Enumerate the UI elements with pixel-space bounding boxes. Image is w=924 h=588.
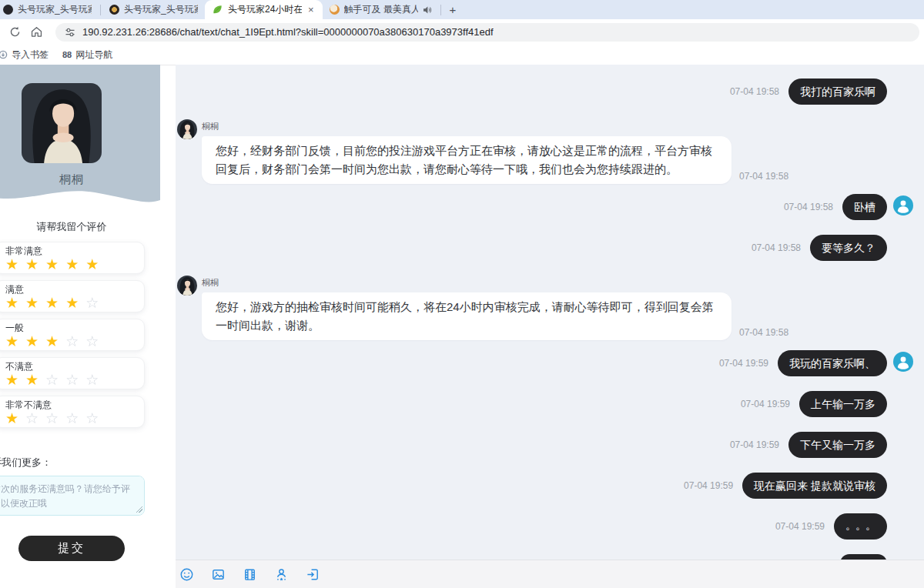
star-empty-icon[interactable]: ☆ [85, 333, 99, 349]
star-filled-icon[interactable]: ★ [45, 256, 59, 272]
video-icon[interactable] [242, 566, 257, 582]
star-empty-icon[interactable]: ☆ [25, 410, 38, 426]
tab-4[interactable]: 触手可及 最美真人 [323, 0, 439, 19]
user-message: 07-04 19:59上午输一万多 [176, 391, 924, 417]
bookmark-label: 导入书签 [12, 48, 49, 62]
star-empty-icon[interactable]: ☆ [45, 372, 59, 388]
rating-card[interactable]: 一般★★★☆☆ [0, 319, 145, 351]
rating-card[interactable]: 非常满意★★★★★ [0, 242, 145, 274]
tab-3-active[interactable]: 头号玩家24小时在 × [205, 0, 323, 19]
tab-1[interactable]: 头号玩家_头号玩家游 [0, 0, 99, 19]
star-empty-icon[interactable]: ☆ [85, 295, 99, 311]
import-bookmarks-icon [0, 50, 8, 59]
timestamp: 07-04 19:59 [684, 480, 733, 491]
rating-card[interactable]: 非常不满意★☆☆☆☆ [0, 396, 145, 428]
feedback-textarea[interactable] [0, 476, 145, 516]
site-settings-icon[interactable] [65, 27, 75, 38]
star-filled-icon[interactable]: ★ [5, 333, 18, 349]
tab-label: 头号玩家_头号玩家游 [124, 3, 198, 16]
user-bubble: 下午又输一万多 [788, 432, 887, 458]
sidebar-header: 桐桐 [0, 65, 160, 209]
timestamp: 07-04 19:58 [730, 86, 779, 97]
emoji-icon[interactable] [179, 566, 194, 582]
star-filled-icon[interactable]: ★ [5, 295, 18, 311]
user-message [176, 554, 924, 560]
message-list: 07-04 19:58我打的百家乐啊桐桐您好，经财务部门反馈，目前您的投注游戏平… [176, 79, 924, 560]
agent-bubble: 您好，经财务部门反馈，目前您的投注游戏平台方正在审核，请放心这是正常的流程，平台… [202, 136, 732, 184]
user-message: 07-04 19:59。。。 [176, 513, 924, 540]
rating-label: 不满意 [5, 362, 144, 372]
rating-card[interactable]: 不满意★★☆☆☆ [0, 357, 145, 389]
browser-window: 头号玩家_头号玩家游 头号玩家_头号玩家游 头号玩家24小时在 × 触手可及 最… [0, 0, 924, 588]
rating-title: 请帮我留个评价 [0, 220, 160, 234]
agent-avatar [177, 276, 197, 296]
user-bubble: 卧槽 [842, 194, 887, 220]
star-filled-icon[interactable]: ★ [5, 256, 18, 272]
star-row: ★★★★☆ [5, 296, 144, 312]
star-empty-icon[interactable]: ☆ [65, 333, 79, 349]
star-filled-icon[interactable]: ★ [65, 295, 79, 311]
submit-button[interactable]: 提交 [18, 536, 125, 561]
gold-circle-favicon-icon [109, 5, 119, 15]
star-filled-icon[interactable]: ★ [65, 256, 79, 272]
url-text[interactable]: 190.92.231.26:28686/chat/text/chat_1I9Ep… [82, 26, 494, 38]
user-message: 07-04 19:59现在赢回来 提款就说审核 [176, 473, 924, 499]
bookmarks-bar: 导入书签 88 网址导航 [0, 45, 924, 65]
star-empty-icon[interactable]: ☆ [45, 410, 59, 426]
new-tab-button[interactable]: + [443, 3, 464, 16]
star-filled-icon[interactable]: ★ [45, 333, 59, 349]
star-row: ★★☆☆☆ [5, 373, 144, 389]
star-filled-icon[interactable]: ★ [5, 410, 18, 426]
star-row: ★★★★★ [5, 257, 144, 273]
sidebar: 桐桐 请帮我留个评价 非常满意★★★★★满意★★★★☆一般★★★☆☆不满意★★☆… [0, 65, 160, 588]
user-message: 07-04 19:59下午又输一万多 [176, 432, 924, 458]
user-bubble: 我玩的百家乐啊、 [778, 350, 887, 376]
reload-icon[interactable] [8, 25, 22, 38]
star-filled-icon[interactable]: ★ [5, 372, 18, 388]
tab-bar: 头号玩家_头号玩家游 头号玩家_头号玩家游 头号玩家24小时在 × 触手可及 最… [0, 0, 924, 19]
tab-label: 触手可及 最美真人 [344, 3, 418, 16]
star-empty-icon[interactable]: ☆ [65, 372, 79, 388]
rating-label: 非常满意 [5, 246, 144, 256]
url-bar[interactable]: 190.92.231.26:28686/chat/text/chat_1I9Ep… [55, 23, 919, 42]
timestamp: 07-04 19:58 [739, 327, 788, 338]
user-message: 07-04 19:58要等多久？ [176, 235, 924, 261]
rate-service-icon[interactable] [273, 566, 289, 582]
star-empty-icon[interactable]: ☆ [65, 410, 79, 426]
bookmark-import[interactable]: 导入书签 [0, 48, 49, 62]
user-bubble: 我打的百家乐啊 [788, 79, 887, 105]
grid-icon: 88 [62, 50, 72, 59]
star-row: ★★★☆☆ [5, 334, 144, 350]
dark-circle-favicon-icon [3, 5, 13, 15]
tab-2[interactable]: 头号玩家_头号玩家游 [102, 0, 205, 19]
tab-close-icon[interactable]: × [306, 5, 316, 15]
tab-separator [440, 5, 441, 15]
tab-audio-speaker-icon[interactable] [423, 5, 432, 15]
more-feedback-label: 告诉我们更多： [0, 456, 160, 469]
user-message: 07-04 19:58我打的百家乐啊 [176, 79, 924, 105]
star-filled-icon[interactable]: ★ [25, 256, 38, 272]
home-icon[interactable] [30, 25, 43, 38]
rating-list: 非常满意★★★★★满意★★★★☆一般★★★☆☆不满意★★☆☆☆非常不满意★☆☆☆… [0, 242, 160, 428]
rating-card[interactable]: 满意★★★★☆ [0, 280, 145, 312]
user-message: 07-04 19:59我玩的百家乐啊、 [176, 350, 924, 376]
chat-message-area[interactable]: 07-04 19:58我打的百家乐啊桐桐您好，经财务部门反馈，目前您的投注游戏平… [176, 65, 924, 560]
timestamp: 07-04 19:58 [752, 242, 801, 253]
agent-name: 桐桐 [202, 121, 788, 132]
image-icon[interactable] [210, 566, 226, 582]
timestamp: 07-04 19:59 [719, 358, 768, 369]
star-filled-icon[interactable]: ★ [25, 295, 38, 311]
star-empty-icon[interactable]: ☆ [85, 410, 99, 426]
star-filled-icon[interactable]: ★ [25, 372, 38, 388]
star-filled-icon[interactable]: ★ [85, 256, 99, 272]
tab-label: 头号玩家_头号玩家游 [18, 3, 92, 16]
user-bubble: 现在赢回来 提款就说审核 [742, 473, 887, 499]
star-row: ★☆☆☆☆ [5, 411, 144, 427]
exit-icon[interactable] [305, 566, 320, 582]
star-filled-icon[interactable]: ★ [25, 333, 38, 349]
timestamp: 07-04 19:59 [741, 399, 790, 409]
bookmark-nav[interactable]: 88 网址导航 [62, 48, 112, 62]
star-empty-icon[interactable]: ☆ [85, 372, 99, 388]
timestamp: 07-04 19:58 [739, 171, 788, 182]
star-filled-icon[interactable]: ★ [45, 295, 59, 311]
